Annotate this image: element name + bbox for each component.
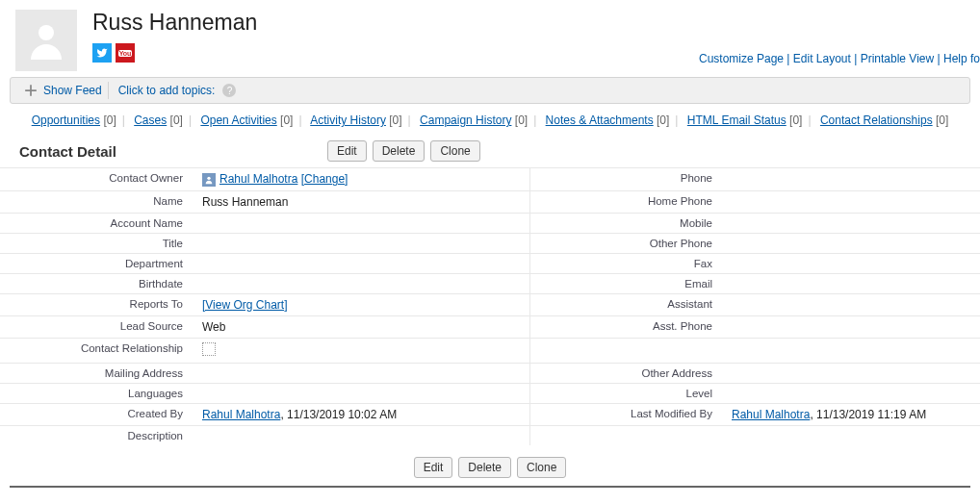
lbl-title: Title xyxy=(0,233,193,253)
svg-point-0 xyxy=(39,25,54,40)
owner-change-link[interactable]: [Change] xyxy=(301,172,348,186)
lbl-assistant: Assistant xyxy=(529,293,722,315)
section-divider xyxy=(10,486,970,488)
printable-view-link[interactable]: Printable View xyxy=(861,52,935,65)
user-icon xyxy=(202,173,216,187)
add-topics-label: Click to add topics: xyxy=(118,84,216,97)
lbl-home-phone: Home Phone xyxy=(529,190,722,213)
lbl-account-name: Account Name xyxy=(0,213,193,233)
modified-by-user-link[interactable]: Rahul Malhotra xyxy=(732,408,810,421)
contact-rel-checkbox[interactable] xyxy=(202,342,216,356)
lbl-other-phone: Other Phone xyxy=(529,233,722,253)
avatar xyxy=(15,10,77,71)
page-header: Russ Hanneman You Customize Page | Edit … xyxy=(0,0,980,71)
related-opportunities[interactable]: Opportunities xyxy=(32,113,100,127)
feed-toolbar: Show Feed Click to add topics: ? xyxy=(10,77,970,104)
show-feed-label: Show Feed xyxy=(43,84,102,97)
lbl-languages: Languages xyxy=(0,383,193,403)
customize-page-link[interactable]: Customize Page xyxy=(699,52,784,65)
related-html-email[interactable]: HTML Email Status xyxy=(687,113,787,127)
edit-layout-link[interactable]: Edit Layout xyxy=(793,52,851,65)
related-cases[interactable]: Cases xyxy=(134,113,167,127)
delete-button[interactable]: Delete xyxy=(373,140,426,162)
clone-button[interactable]: Clone xyxy=(430,140,479,162)
lbl-email: Email xyxy=(529,273,722,293)
lbl-contact-rel: Contact Relationship xyxy=(0,338,193,363)
svg-point-1 xyxy=(207,176,210,179)
lbl-mobile: Mobile xyxy=(529,213,722,233)
twitter-icon[interactable] xyxy=(92,43,112,63)
lbl-mailing-addr: Mailing Address xyxy=(0,363,193,383)
lbl-department: Department xyxy=(0,253,193,273)
lbl-name: Name xyxy=(0,190,193,213)
detail-table: Contact Owner Rahul Malhotra [Change] Ph… xyxy=(0,167,980,445)
footer-button-row: Edit Delete Clone xyxy=(0,445,980,486)
lbl-birthdate: Birthdate xyxy=(0,273,193,293)
lbl-other-addr: Other Address xyxy=(529,363,722,383)
lbl-reports-to: Reports To xyxy=(0,293,193,315)
val-lead-source: Web xyxy=(193,315,529,338)
lbl-description: Description xyxy=(0,425,193,445)
edit-button[interactable]: Edit xyxy=(327,140,367,162)
lbl-phone: Phone xyxy=(529,168,722,191)
delete-button-footer[interactable]: Delete xyxy=(458,457,511,478)
lbl-contact-owner: Contact Owner xyxy=(0,168,193,191)
youtube-icon[interactable]: You xyxy=(116,43,135,63)
edit-button-footer[interactable]: Edit xyxy=(414,457,453,478)
page-title: Russ Hanneman xyxy=(92,10,257,36)
lbl-level: Level xyxy=(529,383,722,403)
modified-by-ts: , 11/13/2019 11:19 AM xyxy=(810,408,926,421)
val-name: Russ Hanneman xyxy=(193,190,529,213)
created-by-user-link[interactable]: Rahul Malhotra xyxy=(202,408,280,421)
help-link[interactable]: Help fo xyxy=(943,52,980,65)
top-links: Customize Page | Edit Layout | Printable… xyxy=(699,52,980,65)
owner-link[interactable]: Rahul Malhotra xyxy=(219,172,297,186)
related-activity-history[interactable]: Activity History xyxy=(310,113,386,127)
section-header: Contact Detail Edit Delete Clone xyxy=(0,140,980,162)
lbl-lead-source: Lead Source xyxy=(0,315,193,338)
lbl-created-by: Created By xyxy=(0,403,193,425)
show-feed-button[interactable]: Show Feed xyxy=(18,82,109,99)
related-open-activities[interactable]: Open Activities xyxy=(200,113,276,127)
related-campaign-history[interactable]: Campaign History xyxy=(420,113,511,127)
related-notes-attachments[interactable]: Notes & Attachments xyxy=(546,113,654,127)
add-topics-button[interactable]: Click to add topics: ? xyxy=(118,84,237,97)
lbl-fax: Fax xyxy=(529,253,722,273)
lbl-modified-by: Last Modified By xyxy=(529,403,722,425)
related-lists-nav: Opportunities [0]| Cases [0]| Open Activ… xyxy=(0,104,980,140)
related-contact-relationships[interactable]: Contact Relationships xyxy=(820,113,933,127)
created-by-ts: , 11/13/2019 10:02 AM xyxy=(280,408,397,421)
lbl-asst-phone: Asst. Phone xyxy=(529,315,722,338)
topics-help-icon[interactable]: ? xyxy=(222,84,236,97)
section-title: Contact Detail xyxy=(19,143,327,160)
clone-button-footer[interactable]: Clone xyxy=(517,457,566,478)
view-org-chart-link[interactable]: [View Org Chart] xyxy=(202,298,287,312)
